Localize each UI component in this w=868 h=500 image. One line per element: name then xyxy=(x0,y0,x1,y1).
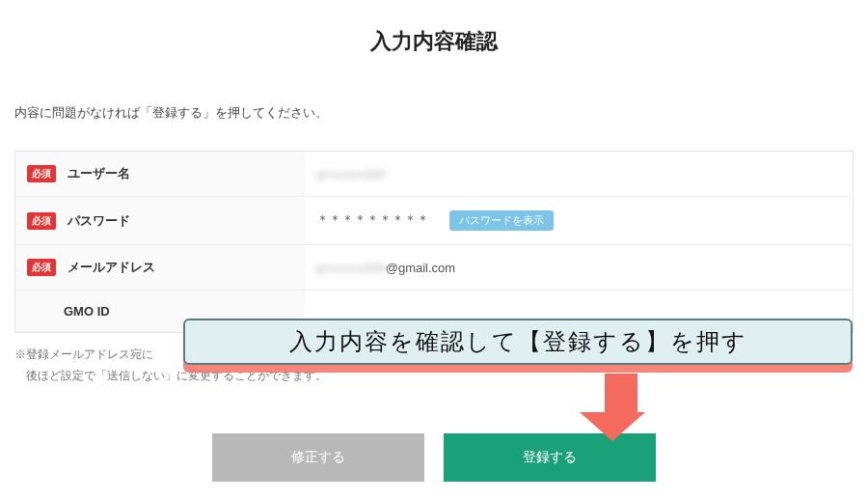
email-value-suffix: @gmail.com xyxy=(386,261,455,275)
confirmation-table: 必須 ユーザー名 grxxxxxx888 必須 パスワード ＊＊＊＊＊＊＊＊＊ … xyxy=(14,151,854,333)
required-badge: 必須 xyxy=(27,259,56,276)
username-label: ユーザー名 xyxy=(68,166,130,181)
instruction-callout: 入力内容を確認して【登録する】を押す xyxy=(183,319,853,365)
gmo-id-label: GMO ID xyxy=(27,304,110,319)
email-label: メールアドレス xyxy=(68,260,155,274)
table-row: 必須 メールアドレス grxxxxxx888@gmail.com xyxy=(15,245,854,291)
password-label: パスワード xyxy=(68,213,130,228)
edit-button[interactable]: 修正する xyxy=(212,433,424,482)
instruction-text: 内容に問題がなければ「登録する」を押してください。 xyxy=(14,104,854,122)
table-row: 必須 ユーザー名 grxxxxxx888 xyxy=(15,152,854,197)
note-line-1: ※登録メールアドレス宛に xyxy=(14,348,153,360)
show-password-button[interactable]: パスワードを表示 xyxy=(449,210,554,231)
required-badge: 必須 xyxy=(27,165,56,182)
required-badge: 必須 xyxy=(27,212,56,230)
email-value-prefix: grxxxxxx888 xyxy=(316,261,386,275)
arrow-icon xyxy=(596,374,645,441)
button-row: 修正する 登録する xyxy=(14,433,854,482)
page-title: 入力内容確認 xyxy=(14,0,854,104)
note-line-2: 後ほど設定で「送信しない」に変更することができます。 xyxy=(14,366,854,387)
username-value: grxxxxxx888 xyxy=(316,167,386,181)
password-value: ＊＊＊＊＊＊＊＊＊ xyxy=(316,212,429,227)
table-row: 必須 パスワード ＊＊＊＊＊＊＊＊＊ パスワードを表示 xyxy=(15,197,854,245)
